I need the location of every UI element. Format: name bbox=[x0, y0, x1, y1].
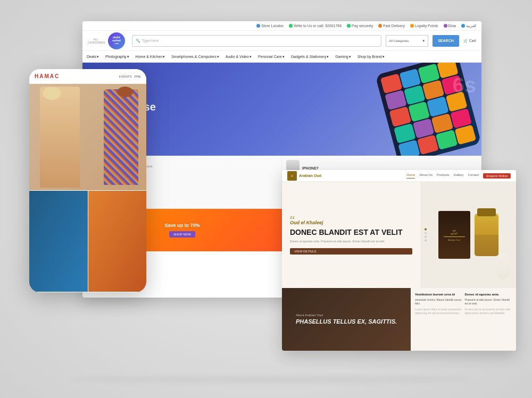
oud-nav-home[interactable]: Home bbox=[406, 173, 415, 179]
loyalty-points-item: Loyalty Points bbox=[410, 24, 438, 28]
oud-text-heading-1: Vestibulum laoreet urna id bbox=[415, 292, 462, 297]
mobile-header: HAMAC EVENTS PRE bbox=[29, 69, 146, 84]
site-nav: Deals ▾ Photography ▾ Home & Kitchen ▾ S… bbox=[82, 51, 481, 63]
app-icon bbox=[454, 124, 476, 145]
mobile-nav-pre[interactable]: PRE bbox=[135, 75, 141, 78]
oud-bottom-title: PHASELLUS TELLUS EX, SAGITTIS. bbox=[296, 318, 397, 325]
main-container: Store Locator Write to Us or call: 92001… bbox=[0, 0, 532, 398]
oud-product-box: عودالخليج Arabian Oud bbox=[438, 211, 470, 259]
app-icon bbox=[417, 134, 438, 155]
oud-text-block-1: Vestibulum laoreet urna id venenatis viv… bbox=[415, 292, 462, 346]
oud-perfume-bottle bbox=[475, 214, 498, 256]
logo-circle: abdulwahed.com bbox=[108, 32, 125, 49]
search-bar[interactable]: 🔍 Type here bbox=[132, 35, 381, 47]
lock-icon bbox=[347, 24, 351, 28]
oud-bottom-bg: About Arabian Oud PHASELLUS TELLUS EX, S… bbox=[282, 288, 411, 351]
depth-shadow bbox=[69, 377, 473, 382]
oud-box-text: عودالخليج Arabian Oud bbox=[444, 228, 465, 241]
message-icon bbox=[289, 24, 293, 28]
write-to-us-item: Write to Us or call: 92001766 bbox=[289, 24, 342, 28]
pay-securely-text: Pay securely bbox=[352, 24, 373, 28]
cart-label: Cart bbox=[469, 39, 476, 43]
oud-nav: Home About Us Products Gallery Contact E… bbox=[406, 173, 511, 179]
truck-icon bbox=[378, 24, 382, 28]
oud-mockup: ✦ Arabian Oud Home About Us Products Gal… bbox=[282, 170, 516, 351]
logo-area: abdulwahed.com bbox=[108, 32, 125, 49]
oud-view-button[interactable]: VIEW DETAILS bbox=[290, 248, 412, 255]
cart-area[interactable]: 🛒 Cart bbox=[463, 39, 476, 43]
all-categories-label[interactable]: ALL CATEGORIES bbox=[88, 38, 104, 44]
oud-bottom-right: Vestibulum laoreet urna id venenatis viv… bbox=[411, 288, 516, 351]
fashion-sub-image-2 bbox=[88, 191, 147, 292]
mobile-nav: EVENTS PRE bbox=[119, 75, 141, 78]
oud-about-label: About Arabian Oud bbox=[296, 314, 397, 317]
oud-text-heading-2: Donec id egestas ante. bbox=[465, 292, 512, 297]
oud-bottom: About Arabian Oud PHASELLUS TELLUS EX, S… bbox=[282, 288, 516, 351]
oud-text-content-1: venenatis viverra. Mauris blandit cursus… bbox=[415, 298, 462, 306]
mobile-image-grid bbox=[29, 84, 146, 292]
location-icon bbox=[256, 24, 260, 28]
oud-dot[interactable] bbox=[425, 240, 427, 242]
nav-deals[interactable]: Deals ▾ bbox=[87, 55, 99, 59]
user-item: Dina bbox=[444, 24, 456, 28]
oud-nav-contact[interactable]: Contact bbox=[468, 173, 479, 179]
nav-personal-care[interactable]: Personal Care ▾ bbox=[258, 55, 285, 59]
oud-logo: Arabian Oud bbox=[299, 174, 321, 177]
search-placeholder: Type here bbox=[142, 39, 159, 43]
write-to-us-text: Write to Us or call: 92001766 bbox=[294, 24, 342, 28]
oud-hero-left: 01 Oud el Khaleej DONEC BLANDIT EST AT V… bbox=[282, 182, 420, 288]
store-locator-item: Store Locator bbox=[256, 24, 284, 28]
nav-gadgets[interactable]: Gadgets & Stationery ▾ bbox=[291, 55, 329, 59]
fashion-sub-image-1 bbox=[29, 191, 88, 292]
arabic-item: العربية bbox=[461, 24, 476, 28]
shop-now-button[interactable]: SHOP NOW bbox=[169, 231, 195, 238]
product-name-iphone: IPHONE7 bbox=[302, 166, 368, 170]
oud-hero-number: 01 bbox=[290, 215, 412, 220]
logo-text: abdulwahed.com bbox=[112, 36, 121, 45]
loyalty-points-text: Loyalty Points bbox=[415, 24, 438, 28]
oud-text-block-2: Donec id egestas ante. Praesent at odio … bbox=[465, 292, 512, 346]
oud-nav-gallery[interactable]: Gallery bbox=[454, 173, 464, 179]
oud-bottle-cap bbox=[477, 208, 496, 216]
nav-gaming[interactable]: Gaming ▾ bbox=[335, 55, 351, 59]
oud-dot[interactable] bbox=[425, 236, 427, 238]
fast-delivery-item: Fast Delivery bbox=[378, 24, 405, 28]
oud-dot[interactable] bbox=[425, 232, 427, 234]
mobile-nav-events[interactable]: EVENTS bbox=[119, 75, 132, 78]
mobile-logo: HAMAC bbox=[35, 73, 60, 79]
nav-home-kitchen[interactable]: Home & Kitchen ▾ bbox=[136, 55, 165, 59]
oud-hero-title: Oud el Khaleej bbox=[290, 220, 412, 226]
oud-hero-desc: Donec at egestas ante. Praesent at odio … bbox=[290, 240, 412, 244]
nav-photography[interactable]: Photography ▾ bbox=[105, 55, 129, 59]
fashion-image-2 bbox=[29, 191, 146, 292]
nav-audio-video[interactable]: Audio & Video ▾ bbox=[226, 55, 252, 59]
promo-save-text: Save up to 70% bbox=[164, 223, 200, 228]
mobile-mockup: HAMAC EVENTS PRE bbox=[29, 69, 146, 292]
globe-icon bbox=[461, 24, 465, 28]
pay-securely-item: Pay securely bbox=[347, 24, 373, 28]
category-select[interactable]: All Categories ▼ bbox=[386, 35, 428, 47]
nav-shop-by-brand[interactable]: Shop by Brand ▾ bbox=[358, 55, 385, 59]
oud-hero: 01 Oud el Khaleej DONEC BLANDIT EST AT V… bbox=[282, 182, 516, 288]
search-button[interactable]: SEARCH bbox=[433, 35, 459, 47]
star-icon bbox=[410, 24, 414, 28]
oud-nav-products[interactable]: Products bbox=[437, 173, 450, 179]
nav-smartphones[interactable]: Smartphones & Computers ▾ bbox=[171, 55, 219, 59]
store-locator-text: Store Locator bbox=[261, 24, 284, 28]
app-icon bbox=[436, 130, 458, 150]
site-topbar: Store Locator Write to Us or call: 92001… bbox=[82, 21, 481, 31]
site-header: ALL CATEGORIES abdulwahed.com 🔍 Type her… bbox=[82, 31, 481, 51]
oud-dot[interactable] bbox=[425, 228, 427, 231]
hero-badge: 6s bbox=[453, 73, 477, 97]
oud-text-content-2: Praesent at odio ipsum. Donec blandit es… bbox=[465, 298, 512, 306]
user-name: Dina bbox=[448, 24, 456, 28]
user-icon bbox=[444, 24, 447, 28]
oud-hero-subtitle: DONEC BLANDIT EST AT VELIT bbox=[290, 228, 412, 237]
oud-dots bbox=[425, 228, 427, 242]
oud-enquire-button[interactable]: Enquire Online bbox=[483, 173, 511, 179]
fast-delivery-text: Fast Delivery bbox=[383, 24, 405, 28]
fashion-image-1 bbox=[29, 84, 146, 190]
oud-nav-about[interactable]: About Us bbox=[419, 173, 433, 179]
oud-hero-right: عودالخليج Arabian Oud bbox=[420, 182, 516, 288]
arabic-text: العربية bbox=[466, 24, 476, 28]
